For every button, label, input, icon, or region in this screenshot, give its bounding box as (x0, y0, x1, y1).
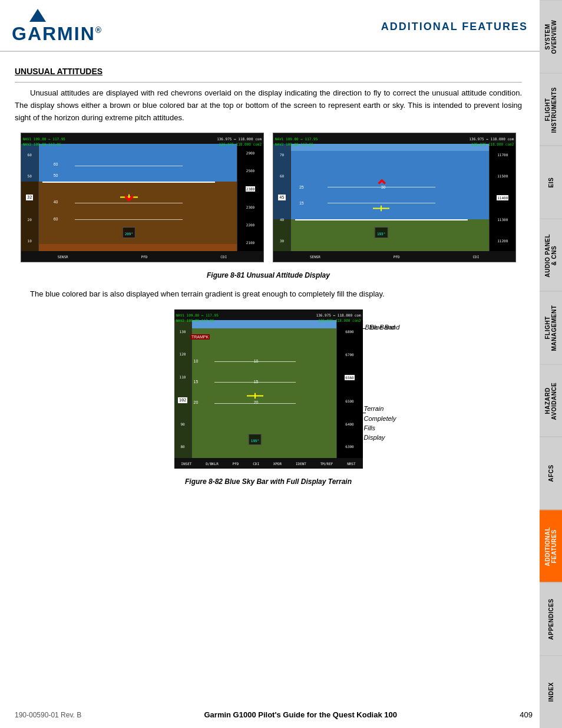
figure-81-caption: Figure 8-81 Unusual Attitude Display (15, 271, 522, 279)
pitch-num-neg40: 40 (54, 200, 58, 204)
sidebar-tab-audio-panel[interactable]: AUDIO PANEL& CNS (540, 219, 562, 292)
cs-pitchline-1a (75, 166, 183, 166)
cs-altimeter-1: 2900 2500 2380 2300 2200 2100 (237, 144, 263, 251)
figure-82-caption: Figure 8-82 Blue Sky Bar with Full Displ… (15, 477, 522, 486)
cs-softkey-pfd-1: PFD (141, 255, 148, 259)
body-text-2: The blue colored bar is also displayed w… (15, 288, 522, 301)
cs-nav2-1: NAV2 109.80 117.95 (23, 142, 61, 146)
footer-right: 409 (520, 710, 533, 719)
body-text-1: Unusual attitudes are displayed with red… (15, 87, 522, 124)
cs-bottom-bar-3: INSET D/BKLR PFD CDI XPDR IDENT TM/REF N… (174, 458, 363, 469)
cs-airplane-2 (373, 204, 389, 213)
cs-spd-val-1: 32 (26, 195, 33, 200)
footer-left: 190-00590-01 Rev. B (15, 711, 81, 719)
cs-hdg-val-2: 193° (377, 232, 385, 236)
cs-horizon-1 (42, 182, 215, 183)
logo-name: GARMIN (12, 23, 95, 44)
figure-display-1: NAV1 109.80 ↔ 117.95 136.975 ↔ 118.000 c… (21, 133, 264, 262)
figure-82-wrapper: NAV1 109.80 ↔ 117.95 136.975 ↔ 118.000 c… (174, 309, 363, 469)
cs-hdg-box-2: 193° (375, 227, 388, 238)
right-sidebar: SYSTEMOVERVIEW FLIGHTINSTRUMENTS EIS AUD… (540, 0, 562, 728)
cs-spd-2: 70 60 45 40 30 (273, 144, 291, 251)
sidebar-tab-afcs[interactable]: AFCS (540, 437, 562, 510)
sidebar-tab-flight-management[interactable]: FLIGHTMANAGEMENT (540, 291, 562, 364)
cs-adi-1: 60 50 40 60 ⌄ (21, 144, 237, 251)
cs-trampk-label: TRAMPK (190, 334, 210, 340)
figure-display-2: NAV1 109.80 ↔ 117.95 136.975 ↔ 118.000 c… (273, 133, 516, 262)
sidebar-tab-appendices[interactable]: APPENDICES (540, 582, 562, 655)
cs-softkey-cdi-2: CDI (472, 255, 479, 259)
footer-center: Garmin G1000 Pilot's Guide for the Quest… (204, 710, 397, 719)
cockpit-sim-2: NAV1 109.80 ↔ 117.95 136.975 ↔ 118.000 c… (273, 133, 515, 262)
sidebar-tab-system-overview[interactable]: SYSTEMOVERVIEW (540, 0, 562, 73)
cs-blue-band-2 (291, 144, 489, 151)
pitch-num-25: 25 (299, 185, 304, 189)
page-header: GARMIN® ADDITIONAL FEATURES (0, 0, 540, 52)
sidebar-tab-flight-instruments[interactable]: FLIGHTINSTRUMENTS (540, 73, 562, 146)
ann-blue-band-text: Blue Band (365, 324, 395, 331)
section-title: UNUSUAL ATTITUDES (15, 67, 522, 76)
cs-hdg-box-1: 209° (123, 227, 135, 238)
pitch-num-50: 50 (54, 173, 58, 177)
sidebar-tab-index[interactable]: INDEX (540, 655, 562, 729)
cs-bottom-bar-2: SENSR PFD CDI (273, 251, 515, 262)
main-content: GARMIN® ADDITIONAL FEATURES UNUSUAL ATTI… (0, 0, 540, 500)
pitch-num-60: 60 (54, 162, 58, 166)
cs-bottom-bar-1: SENSR PFD CDI (21, 251, 263, 262)
section-divider (15, 82, 522, 83)
pitch-num-15: 15 (299, 201, 304, 205)
cs-softkey-sensr-1: SENSR (58, 255, 68, 259)
cs-adi-2: 25 15 30 ⌃ (273, 144, 489, 251)
cs-brown-band-1 (39, 244, 237, 251)
logo-text: GARMIN® (12, 23, 103, 45)
logo-triangle-icon (29, 9, 46, 22)
cs-adi-3: 10 15 20 10 15 20 TRAMPK (174, 320, 336, 458)
cs-softkey-pfd-2: PFD (394, 255, 400, 259)
figure-display-3: NAV1 109.80 ↔ 117.95 136.975 ↔ 118.000 c… (174, 309, 363, 469)
cs-alt-val-2: 11400 (497, 195, 508, 200)
cs-altimeter-2: 11700 11500 11400 11300 11200 (489, 144, 515, 251)
content-area: UNUSUAL ATTITUDES Unusual attitudes are … (0, 55, 540, 500)
cs-hdg-val-3: 195° (251, 439, 259, 443)
cs-spd-1: 60 50 32 20 10 (21, 144, 39, 251)
pitch-num-neg60: 60 (54, 217, 58, 221)
cs-pitchline-1c (75, 219, 183, 220)
sidebar-tab-eis[interactable]: EIS (540, 146, 562, 219)
cs-softkey-sensr-2: SENSR (310, 255, 320, 259)
cs-freq2-1: 136.975 118.000 com2 (219, 142, 262, 146)
logo-reg: ® (95, 25, 103, 35)
cs-horizon-2 (295, 219, 468, 220)
cockpit-sim-3: NAV1 109.80 ↔ 117.95 136.975 ↔ 118.000 c… (174, 309, 363, 469)
red-chevron-down-1: ⌄ (121, 185, 137, 204)
cs-altimeter-3: 6800 6700 6560 6500 6400 6300 (336, 320, 363, 458)
red-chevron-up-2: ⌃ (375, 179, 388, 195)
header-title: ADDITIONAL FEATURES (381, 9, 528, 33)
sidebar-tab-additional-features[interactable]: ADDITIONALFEATURES (540, 510, 562, 583)
cs-hdg-val-1: 209° (125, 232, 133, 236)
sidebar-tab-hazard-avoidance[interactable]: HAZARDAVOIDANCE (540, 364, 562, 437)
cs-alt-val-3: 6560 (345, 375, 354, 380)
figures-row: NAV1 109.80 ↔ 117.95 136.975 ↔ 118.000 c… (15, 133, 522, 262)
cs-hdg-box-3: 195° (249, 434, 262, 445)
page-footer: 190-00590-01 Rev. B Garmin G1000 Pilot's… (15, 710, 533, 719)
annotation-terrain-label: TerrainCompletelyFills Display (364, 405, 396, 441)
cs-alt-val-1: 2380 (246, 186, 255, 192)
cs-softkey-cdi-1: CDI (220, 255, 227, 259)
cs-airplane-3 (247, 391, 263, 400)
cs-spd-val-3: 102 (178, 397, 188, 403)
figure-single: NAV1 109.80 ↔ 117.95 136.975 ↔ 118.000 c… (15, 309, 522, 469)
cockpit-sim-1: NAV1 109.80 ↔ 117.95 136.975 ↔ 118.000 c… (21, 133, 263, 262)
annotation-terrain: TerrainCompletelyFills Display (364, 404, 396, 443)
cs-spd-3: 130 120 110 102 90 80 (174, 320, 192, 458)
cs-spd-val-2: 45 (278, 195, 285, 200)
garmin-logo: GARMIN® (12, 9, 103, 45)
